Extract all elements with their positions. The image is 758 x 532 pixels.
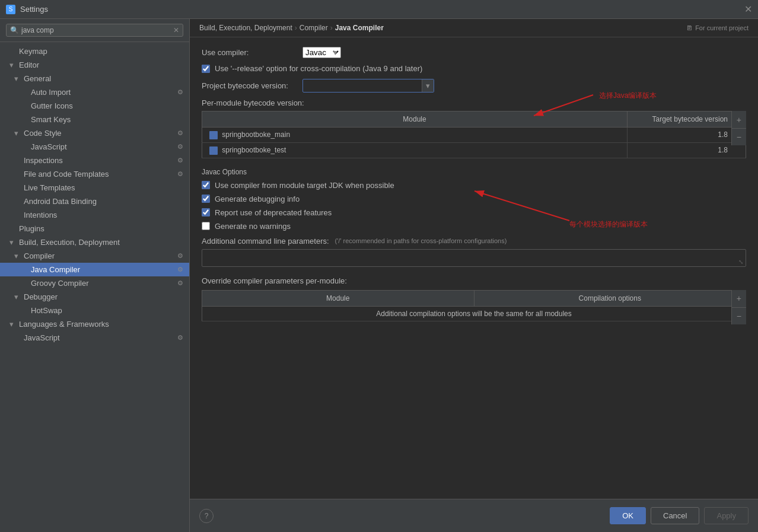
use-compiler-label: Use compiler: xyxy=(202,48,297,57)
sidebar-item-javascript[interactable]: JavaScript ⚙ xyxy=(0,140,189,154)
table-row[interactable]: springbootboke_test 1.8 xyxy=(202,142,746,158)
override-add-button[interactable]: + xyxy=(731,290,746,307)
apply-button[interactable]: Apply xyxy=(704,507,749,524)
override-remove-button[interactable]: − xyxy=(731,307,746,324)
compiler-select-wrap[interactable]: Javac Eclipse Ajc ▾ xyxy=(302,47,341,58)
arrow-icon: ▾ xyxy=(14,251,21,260)
sidebar-item-debugger[interactable]: ▾ Debugger xyxy=(0,290,189,304)
table-remove-button[interactable]: − xyxy=(731,128,746,145)
javac-option-label-3: Generate no warnings xyxy=(215,222,291,231)
cancel-button[interactable]: Cancel xyxy=(651,507,699,524)
javac-option-checkbox-3[interactable] xyxy=(202,222,210,230)
sidebar-item-label: General xyxy=(24,74,183,83)
release-option-checkbox[interactable] xyxy=(202,65,210,73)
javac-options-header: Javac Options xyxy=(202,168,746,176)
cmdline-label: Additional command line parameters: xyxy=(202,237,329,246)
sidebar-item-label: File and Code Templates xyxy=(24,170,175,179)
breadcrumb-item-java-compiler: Java Compiler xyxy=(335,24,384,32)
bottom-bar: ? OK Cancel Apply xyxy=(190,499,758,532)
sidebar-item-code-style[interactable]: ▾ Code Style ⚙ xyxy=(0,126,189,140)
content-area-wrap: Build, Execution, Deployment › Compiler … xyxy=(190,19,758,532)
sidebar-item-general[interactable]: ▾ General xyxy=(0,72,189,85)
javac-option-row-1: Generate debugging info xyxy=(202,195,746,203)
bytecode-dropdown-btn[interactable]: ▾ xyxy=(422,79,434,92)
sidebar-item-label: Gutter Icons xyxy=(31,101,183,110)
release-option-label: Use '--release' option for cross-compila… xyxy=(215,64,422,73)
bytecode-version-row: Project bytecode version: ▾ xyxy=(202,79,746,93)
sidebar-item-intentions[interactable]: Intentions xyxy=(0,208,189,222)
project-icon: 🖹 xyxy=(686,24,693,31)
sidebar-item-compiler[interactable]: ▾ Compiler ⚙ xyxy=(0,249,189,263)
arrow-icon: ▾ xyxy=(14,74,21,83)
sidebar: 🔍 ✕ Keymap ▾ Editor ▾ General Auto Impor… xyxy=(0,19,190,532)
sidebar-item-java-compiler[interactable]: Java Compiler ⚙ xyxy=(0,263,189,276)
settings-badge: ⚙ xyxy=(177,129,183,137)
sidebar-item-plugins[interactable]: Plugins xyxy=(0,222,189,235)
close-button[interactable]: ✕ xyxy=(744,4,752,15)
cmdline-input[interactable] xyxy=(202,250,746,266)
sidebar-item-live-templates[interactable]: Live Templates xyxy=(0,181,189,195)
override-empty-row: Additional compilation options will be t… xyxy=(202,306,746,321)
sidebar-item-gutter-icons[interactable]: Gutter Icons xyxy=(0,99,189,113)
sidebar-item-label: JavaScript xyxy=(31,142,175,151)
module-icon xyxy=(209,146,218,155)
arrow-icon: ▾ xyxy=(14,292,21,301)
sidebar-item-file-code-templates[interactable]: File and Code Templates ⚙ xyxy=(0,167,189,181)
sidebar-item-android-data-binding[interactable]: Android Data Binding xyxy=(0,195,189,208)
sidebar-item-hotswap[interactable]: HotSwap xyxy=(0,304,189,317)
arrow-icon: ▾ xyxy=(9,320,17,329)
sidebar-item-javascript2[interactable]: JavaScript ⚙ xyxy=(0,331,189,345)
javac-option-label-2: Report use of deprecated features xyxy=(215,208,332,217)
javac-option-row-2: Report use of deprecated features xyxy=(202,208,746,217)
override-section: Override compiler parameters per-module:… xyxy=(202,276,746,321)
sidebar-item-label: Smart Keys xyxy=(31,115,183,124)
table-add-button[interactable]: + xyxy=(731,111,746,128)
release-option-row: Use '--release' option for cross-compila… xyxy=(202,64,746,73)
table-row[interactable]: springbootboke_main 1.8 xyxy=(202,128,746,143)
sidebar-item-languages-frameworks[interactable]: ▾ Languages & Frameworks xyxy=(0,317,189,331)
window-title: Settings xyxy=(20,5,48,14)
settings-badge: ⚙ xyxy=(177,143,183,151)
settings-badge: ⚙ xyxy=(177,88,183,96)
col-module: Module xyxy=(202,112,628,128)
javac-option-label-0: Use compiler from module target JDK when… xyxy=(215,181,394,190)
sidebar-item-build-execution[interactable]: ▾ Build, Execution, Deployment xyxy=(0,235,189,249)
sidebar-item-editor[interactable]: ▾ Editor xyxy=(0,58,189,72)
main-layout: 🔍 ✕ Keymap ▾ Editor ▾ General Auto Impor… xyxy=(0,19,758,532)
search-input-wrap[interactable]: 🔍 ✕ xyxy=(6,24,183,37)
per-module-label-wrap: Per-module bytecode version: xyxy=(202,98,746,107)
settings-badge: ⚙ xyxy=(177,157,183,164)
sidebar-item-smart-keys[interactable]: Smart Keys xyxy=(0,113,189,126)
sidebar-item-label: Inspections xyxy=(24,156,175,165)
javac-option-checkbox-1[interactable] xyxy=(202,195,210,203)
module-name-cell: springbootboke_test xyxy=(202,142,628,158)
sidebar-item-groovy-compiler[interactable]: Groovy Compiler ⚙ xyxy=(0,276,189,290)
help-button[interactable]: ? xyxy=(199,509,214,523)
sidebar-item-label: Debugger xyxy=(24,292,183,301)
breadcrumb-item-build: Build, Execution, Deployment xyxy=(199,24,292,32)
sidebar-item-auto-import[interactable]: Auto Import ⚙ xyxy=(0,85,189,99)
search-clear-icon[interactable]: ✕ xyxy=(173,26,179,34)
bytecode-input-wrap[interactable]: ▾ xyxy=(302,79,434,93)
override-col-options: Compilation options xyxy=(474,290,746,306)
ok-button[interactable]: OK xyxy=(610,507,646,524)
override-table: Module Compilation options Additional co… xyxy=(202,290,746,321)
javac-option-checkbox-2[interactable] xyxy=(202,208,210,216)
override-label: Override compiler parameters per-module: xyxy=(202,276,347,285)
sidebar-item-keymap[interactable]: Keymap xyxy=(0,44,189,58)
sidebar-item-inspections[interactable]: Inspections ⚙ xyxy=(0,154,189,167)
search-input[interactable] xyxy=(21,26,173,34)
bytecode-input[interactable] xyxy=(303,80,422,92)
sidebar-item-label: JavaScript xyxy=(24,333,175,342)
settings-badge: ⚙ xyxy=(177,279,183,287)
cmdline-wrap[interactable]: ⤡ xyxy=(202,249,746,267)
sidebar-item-label: Editor xyxy=(19,60,183,69)
compiler-select[interactable]: Javac Eclipse Ajc xyxy=(302,47,341,58)
javac-option-checkbox-0[interactable] xyxy=(202,181,210,189)
expand-icon: ⤡ xyxy=(738,259,743,265)
settings-badge: ⚙ xyxy=(177,252,183,260)
settings-badge: ⚙ xyxy=(177,170,183,178)
settings-content: Use compiler: Javac Eclipse Ajc ▾ Use '-… xyxy=(190,37,758,499)
module-name-cell: springbootboke_main xyxy=(202,128,628,143)
sidebar-item-label: Build, Execution, Deployment xyxy=(19,238,183,247)
